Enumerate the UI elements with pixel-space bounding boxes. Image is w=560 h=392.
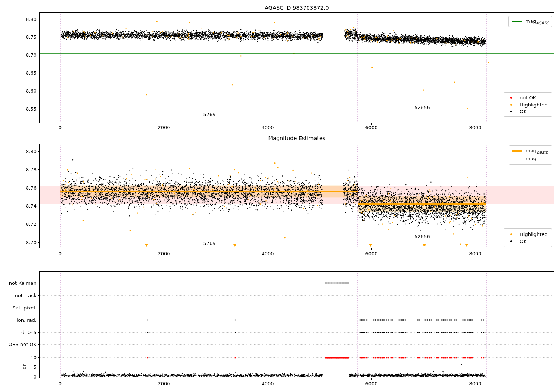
plot3-xtick-2: 4000 bbox=[261, 381, 274, 386]
mag-label-base: mag bbox=[526, 156, 536, 161]
highlighted-dot-icon bbox=[510, 104, 512, 106]
plot1-xtick-1: 2000 bbox=[158, 125, 170, 130]
plot2-ytick-2: 8.76 bbox=[26, 186, 37, 190]
legend-item-mag-agasc: magAGASC bbox=[512, 18, 549, 25]
ok-label: OK bbox=[520, 239, 527, 244]
ok-dot-icon bbox=[510, 111, 512, 112]
mag-line-swatch-icon bbox=[512, 159, 522, 159]
plot3-ylabel-dr: dr bbox=[22, 364, 27, 370]
highlighted-label: Highlighted bbox=[520, 231, 548, 237]
plot3-row-label-dr-gt-5: dr > 5 bbox=[21, 330, 37, 335]
mag-obsid-label-base: mag bbox=[526, 148, 536, 153]
plot2-xtick-2: 4000 bbox=[261, 251, 274, 256]
plot3-drtick-5: 5 bbox=[34, 365, 37, 370]
mag-agasc-label-base: mag bbox=[525, 18, 536, 24]
plot1-ytick-2: 8.70 bbox=[26, 53, 37, 57]
plot3-xtick-0: 0 bbox=[59, 381, 62, 386]
plot1-ytick-3: 8.65 bbox=[26, 71, 37, 75]
plot2-marker-legend: Highlighted OK bbox=[504, 228, 552, 247]
plot3-row-label-not-kalman: not Kalman bbox=[9, 281, 37, 286]
legend-item-ok-2: OK bbox=[507, 239, 549, 244]
plot1-ytick-4: 8.60 bbox=[26, 88, 37, 93]
plot1-xtick-4: 8000 bbox=[469, 125, 481, 130]
not-ok-dot-icon bbox=[510, 97, 512, 99]
plot3-xtick-1: 2000 bbox=[158, 381, 170, 386]
highlighted-dot-icon bbox=[510, 233, 512, 235]
figure: AGASC ID 983703872.0 8.80 8.75 8.70 8.65… bbox=[0, 0, 560, 392]
mag-obsid-label: magOBSID bbox=[526, 148, 548, 155]
plot1-annotation-obsid-5769: 5769 bbox=[203, 112, 215, 117]
plot1-line-legend: magAGASC bbox=[508, 16, 552, 27]
ok-label: OK bbox=[520, 109, 527, 114]
highlighted-label: Highlighted bbox=[520, 102, 548, 108]
mag-label: mag bbox=[526, 156, 536, 162]
plot2-xtick-4: 8000 bbox=[469, 251, 481, 256]
plot1-ytick-0: 8.80 bbox=[26, 17, 37, 22]
plot3-row-label-ion-rad: Ion. rad. bbox=[16, 318, 37, 323]
plot3-row-label-obs-not-ok: OBS not OK bbox=[9, 342, 37, 347]
plot1-xtick-3: 6000 bbox=[365, 125, 377, 130]
mag-agasc-line-swatch-icon bbox=[512, 21, 522, 22]
plot3-xtick-4: 8000 bbox=[469, 381, 481, 386]
mag-obsid-line-swatch-icon bbox=[512, 150, 522, 152]
plot2-ytick-3: 8.74 bbox=[26, 203, 37, 208]
plot2-xtick-1: 2000 bbox=[158, 251, 170, 256]
plot2-ytick-0: 8.80 bbox=[26, 149, 37, 154]
mag-obsid-label-sub: OBSID bbox=[536, 150, 548, 154]
ok-dot-icon bbox=[510, 240, 512, 242]
legend-item-not-ok: not OK bbox=[507, 95, 549, 100]
legend-item-highlighted: Highlighted bbox=[507, 102, 549, 108]
legend-item-mag-obsid: magOBSID bbox=[512, 148, 549, 155]
plot1-xtick-0: 0 bbox=[59, 125, 62, 130]
legend-item-mag: mag bbox=[512, 156, 549, 162]
plot2-annotation-obsid-52656: 52656 bbox=[414, 234, 430, 239]
plot3-row-label-sat-pixel: Sat. pixel. bbox=[13, 305, 37, 310]
plot2-xtick-0: 0 bbox=[59, 251, 62, 256]
mag-agasc-label: magAGASC bbox=[525, 18, 549, 25]
plot2-title: Magnitude Estimates bbox=[268, 136, 325, 141]
legend-item-highlighted-2: Highlighted bbox=[507, 231, 549, 237]
plot1-xtick-2: 4000 bbox=[261, 125, 274, 130]
not-ok-label: not OK bbox=[520, 95, 536, 100]
mag-agasc-label-sub: AGASC bbox=[536, 21, 549, 25]
plot3-row-label-not-track: not track bbox=[15, 293, 37, 298]
plot2-annotation-obsid-5769: 5769 bbox=[203, 241, 215, 246]
plot1-ytick-5: 8.55 bbox=[26, 106, 37, 111]
plots-canvas bbox=[0, 0, 560, 392]
plot2-line-legend: magOBSID mag bbox=[509, 145, 552, 165]
legend-item-ok: OK bbox=[507, 109, 549, 114]
plot3-xtick-3: 6000 bbox=[365, 381, 377, 386]
plot1-marker-legend: not OK Highlighted OK bbox=[504, 92, 552, 117]
plot1-title: AGASC ID 983703872.0 bbox=[265, 5, 329, 11]
plot2-ytick-1: 8.78 bbox=[26, 167, 37, 172]
plot2-ytick-4: 8.72 bbox=[26, 222, 37, 227]
plot2-xtick-3: 6000 bbox=[365, 251, 377, 256]
plot1-annotation-obsid-52656: 52656 bbox=[414, 105, 430, 110]
plot1-ytick-1: 8.75 bbox=[26, 35, 37, 40]
plot2-ytick-5: 8.70 bbox=[26, 240, 37, 245]
plot3-drtick-10: 10 bbox=[30, 355, 37, 360]
plot3-drtick-0: 0 bbox=[34, 374, 37, 379]
